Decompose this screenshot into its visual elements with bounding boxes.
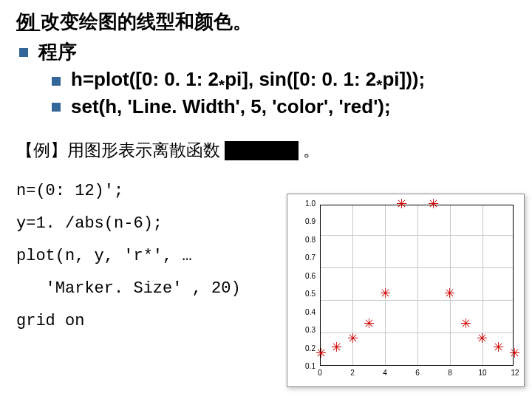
data-marker: ✳ [364, 317, 375, 330]
x-tick-label: 4 [383, 369, 387, 377]
square-bullet-icon [52, 77, 61, 86]
square-bullet-icon [52, 103, 61, 112]
bullet-program: 程序 [16, 39, 516, 65]
redacted-formula [225, 141, 299, 160]
x-tick-label: 0 [318, 369, 322, 377]
x-tick-label: 10 [478, 369, 486, 377]
data-marker: ✳ [428, 197, 439, 211]
y-tick-label: 0.3 [305, 326, 316, 334]
title-lead: 例 [16, 11, 41, 33]
y-axis-ticks: 0.10.20.30.40.50.60.70.80.91.0 [290, 205, 317, 366]
code-line-1: h=plot([0: 0. 1: 2*pi], sin([0: 0. 1: 2*… [16, 68, 516, 94]
y-tick-label: 0.2 [305, 344, 316, 352]
x-axis-ticks: 024681012 [320, 369, 514, 379]
data-marker: ✳ [509, 347, 520, 360]
data-marker: ✳ [477, 332, 488, 345]
x-tick-label: 2 [350, 369, 355, 377]
example-title: 例 改变绘图的线型和颜色。 [16, 9, 516, 35]
x-tick-label: 12 [511, 369, 519, 377]
data-marker: ✳ [380, 287, 391, 300]
y-tick-label: 1.0 [305, 200, 316, 208]
code-line-2: set(h, 'Line. Width', 5, 'color', 'red')… [16, 95, 516, 118]
data-marker: ✳ [444, 287, 455, 300]
plot-area: ✳✳✳✳✳✳✳✳✳✳✳✳ [320, 205, 514, 366]
example-2-title: 【例】用图形表示离散函数 。 [16, 139, 516, 162]
scatter-chart: ✳✳✳✳✳✳✳✳✳✳✳✳ 0.10.20.30.40.50.60.70.80.9… [287, 194, 525, 387]
y-tick-label: 0.9 [305, 217, 316, 225]
y-tick-label: 0.6 [305, 271, 316, 279]
y-tick-label: 0.8 [305, 235, 316, 243]
title-rest: 改变绘图的线型和颜色。 [41, 11, 252, 33]
section2-pre: 【例】用图形表示离散函数 [16, 139, 220, 162]
y-tick-label: 0.1 [305, 362, 316, 370]
x-tick-label: 8 [448, 369, 452, 377]
data-marker: ✳ [396, 197, 407, 211]
data-marker: ✳ [460, 317, 471, 330]
code-text: h=plot([0: 0. 1: 2*pi], sin([0: 0. 1: 2*… [71, 68, 425, 94]
code-text: set(h, 'Line. Width', 5, 'color', 'red')… [71, 95, 391, 118]
data-marker: ✳ [331, 341, 342, 354]
program-label: 程序 [38, 39, 77, 65]
y-tick-label: 0.5 [305, 290, 316, 298]
data-marker: ✳ [493, 341, 504, 354]
y-tick-label: 0.4 [305, 307, 316, 316]
data-marker: ✳ [347, 332, 358, 345]
y-tick-label: 0.7 [305, 253, 316, 262]
section2-post: 。 [303, 139, 320, 162]
x-tick-label: 6 [415, 369, 420, 377]
square-bullet-icon [19, 48, 28, 57]
